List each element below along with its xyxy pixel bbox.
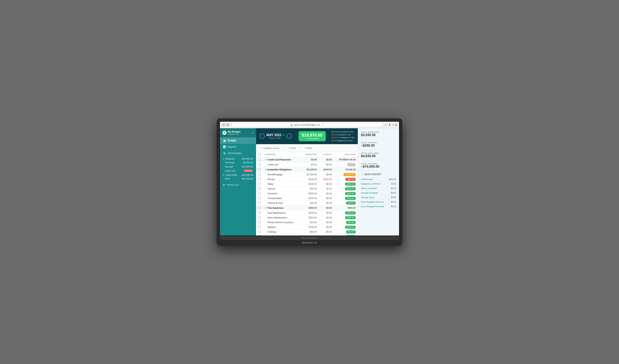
qb-item-label[interactable]: Spent Last Month <box>361 187 377 189</box>
qb-item-value: $0.00 <box>391 183 396 185</box>
browser-back-btn[interactable]: ‹ <box>222 123 225 126</box>
sidebar-account-credit-card[interactable]: credit card -$500.00 <box>220 169 256 173</box>
table-row[interactable]: Medical $200.00 $0.00 $200.00 <box>256 225 358 229</box>
row-checkbox[interactable] <box>258 183 261 185</box>
table-row[interactable]: Interest & Fees $30.00 $0.00 $30.00 <box>256 201 358 205</box>
lightning-icon: ⚡ <box>361 173 364 175</box>
total-available-label: TOTAL AVAILABLE <box>361 152 396 154</box>
row-checkbox[interactable] <box>258 163 261 166</box>
undo-button[interactable]: ↩ Undo <box>286 146 297 150</box>
group-checkbox[interactable] <box>258 206 261 209</box>
reports-icon: 📊 <box>223 145 226 148</box>
table-row[interactable]: Electric $150.00 -$200.00 -$50.00 <box>256 177 358 182</box>
credit-card-label: credit card <box>225 170 235 172</box>
budget-logo-icon: 🌿 <box>223 131 226 135</box>
sidebar-item-reports[interactable]: 📊 Reports <box>220 144 256 150</box>
qb-item-label[interactable]: Average Budgeted <box>361 192 378 194</box>
checking-label: Checking <box>225 161 234 164</box>
category-group-button[interactable]: ＋ Category Group <box>259 146 281 150</box>
sidebar-account-401k[interactable]: 401K $35,000.00 <box>220 177 256 181</box>
table-group-row[interactable]: ▼Credit Card Payments $0.00 $0.00 PAYMEN… <box>256 157 358 162</box>
table-row[interactable]: Rent/Mortgage $2,000.00 $0.00 $2,000.00 <box>256 172 358 177</box>
new-tab-btn[interactable]: + <box>392 123 394 126</box>
table-row[interactable]: Gifts $50.00 $0.00 $50.00 <box>256 234 358 236</box>
table-row[interactable]: Auto Maintenance $100.00 $0.00 $100.00 <box>256 211 358 215</box>
month-note[interactable]: Enter a note... <box>266 137 285 139</box>
qb-item-label[interactable]: Average Spent <box>361 196 375 199</box>
browser-chrome: ‹ › 🔒 app.youneedabudget.com ↻ ☆ ⬆ + ⧉ <box>220 122 399 128</box>
row-checkbox[interactable] <box>258 211 261 214</box>
table-row[interactable]: Clothing $50.00 $0.00 $50.00 <box>256 229 358 234</box>
sidebar-account-savings[interactable]: Savings $20,000.00 <box>220 165 256 169</box>
select-all-checkbox[interactable] <box>258 153 261 156</box>
share-btn[interactable]: ⬆ <box>388 123 391 126</box>
row-checkbox[interactable] <box>258 221 261 223</box>
tabs-btn[interactable]: ⧉ <box>395 123 397 127</box>
group-checkbox[interactable] <box>258 158 261 161</box>
quick-budget-item[interactable]: Underfunded $550.00 <box>361 177 396 182</box>
quick-budget-item[interactable]: Reset Budgeted Amounts $0.00 <box>361 204 396 209</box>
table-row[interactable]: Transportation $200.00 $0.00 $700.00 <box>256 196 358 201</box>
quick-budget-item[interactable]: Reset Available Amounts $0.00 <box>361 200 396 204</box>
sidebar-logo-area: 🌿 My Budget foo@bar.com <box>223 130 240 135</box>
sidebar-tracking-total: $35,000.00 <box>242 174 253 176</box>
401k-balance: $35,000.00 <box>242 177 253 180</box>
row-checkbox[interactable] <box>258 173 261 175</box>
row-checkbox[interactable] <box>258 235 261 235</box>
table-row[interactable]: credit card $0.00 $0.00 $0.00 <box>256 162 358 167</box>
sidebar-account-checking[interactable]: Checking $4,800.00 <box>220 161 256 165</box>
sidebar-user-info: My Budget foo@bar.com <box>228 130 240 135</box>
tbb-amount: $19,970.00 <box>302 133 323 137</box>
month-text: MAY 2021 <box>266 133 282 137</box>
table-row[interactable]: Water $100.00 $0.00 $300.00 <box>256 182 358 187</box>
add-account-icon: ⊕ <box>223 183 225 187</box>
sidebar-header[interactable]: 🌿 My Budget foo@bar.com ▼ <box>220 128 256 137</box>
address-bar[interactable]: 🔒 app.youneedabudget.com ↻ <box>231 122 383 127</box>
row-checkbox[interactable] <box>258 226 261 228</box>
table-row[interactable]: Renter's/Home Insurance $50.00 $0.00 $50… <box>256 220 358 225</box>
sidebar-item-budget[interactable]: ▤ Budget <box>220 137 256 144</box>
qb-item-label[interactable]: Reset Available Amounts <box>361 201 384 203</box>
header-checkbox-col <box>256 152 263 157</box>
quick-budget-item[interactable]: Budgeted Last Month $0.00 <box>361 182 396 186</box>
sidebar-item-all-accounts[interactable]: 🏛 All Accounts <box>220 150 256 157</box>
quick-budget-item[interactable]: Spent Last Month $0.00 <box>361 186 396 191</box>
qb-item-label[interactable]: Underfunded <box>361 178 373 180</box>
all-accounts-icon: 🏛 <box>223 152 226 155</box>
bookmark-btn[interactable]: ☆ <box>384 123 387 126</box>
qb-item-label[interactable]: Reset Budgeted Amounts <box>361 205 384 208</box>
table-group-row[interactable]: ▼Immediate Obligations $3,030.00 -$200.0… <box>256 167 358 172</box>
table-row[interactable]: Internet $50.00 $0.00 $450.00 <box>256 187 358 191</box>
redo-button[interactable]: ↪ Redo <box>303 146 313 150</box>
add-account-button[interactable]: ⊕ Add Account <box>220 182 256 188</box>
header-category: CATEGORY <box>263 152 301 157</box>
row-checkbox[interactable] <box>258 202 261 204</box>
quick-budget-item[interactable]: Average Budgeted $0.00 <box>361 191 396 195</box>
budget-toolbar: ＋ Category Group | ↩ Undo | ↪ Redo <box>256 144 358 152</box>
laptop-notch <box>301 238 318 239</box>
total-inflows-stat: TOTAL INFLOWS –$74,000.00 <box>361 163 396 171</box>
qb-item-value: $0.00 <box>391 205 396 208</box>
redo-icon: ↪ <box>304 147 306 149</box>
browser-forward-btn[interactable]: › <box>226 123 229 126</box>
row-checkbox[interactable] <box>258 230 261 233</box>
row-checkbox[interactable] <box>258 178 261 180</box>
table-group-row[interactable]: ▼True Expenses $900.00 $0.00 $900.00 <box>256 205 358 211</box>
group-checkbox[interactable] <box>258 168 261 171</box>
breakdown-budgeted: –$3,930.00 Budgeted in May <box>331 136 354 139</box>
prev-month-button[interactable]: ‹ <box>259 134 265 139</box>
refresh-icon[interactable]: ↻ <box>322 123 324 126</box>
quick-budget-item[interactable]: Average Spent $0.00 <box>361 195 396 200</box>
row-checkbox[interactable] <box>258 192 261 194</box>
undo-icon: ↩ <box>288 147 290 149</box>
table-row[interactable]: Groceries $500.00 $0.00 $500.00 <box>256 191 358 196</box>
next-month-button[interactable]: › <box>287 134 292 139</box>
browser-actions: ☆ ⬆ + ⧉ <box>384 123 397 127</box>
savings-balance: $20,000.00 <box>242 165 253 168</box>
qb-item-label[interactable]: Budgeted Last Month <box>361 183 380 185</box>
row-checkbox[interactable] <box>258 216 261 219</box>
qb-item-value: $0.00 <box>391 187 396 189</box>
row-checkbox[interactable] <box>258 197 261 199</box>
table-row[interactable]: Home Maintenance $200.00 $0.00 $200.00 <box>256 215 358 220</box>
row-checkbox[interactable] <box>258 187 261 190</box>
